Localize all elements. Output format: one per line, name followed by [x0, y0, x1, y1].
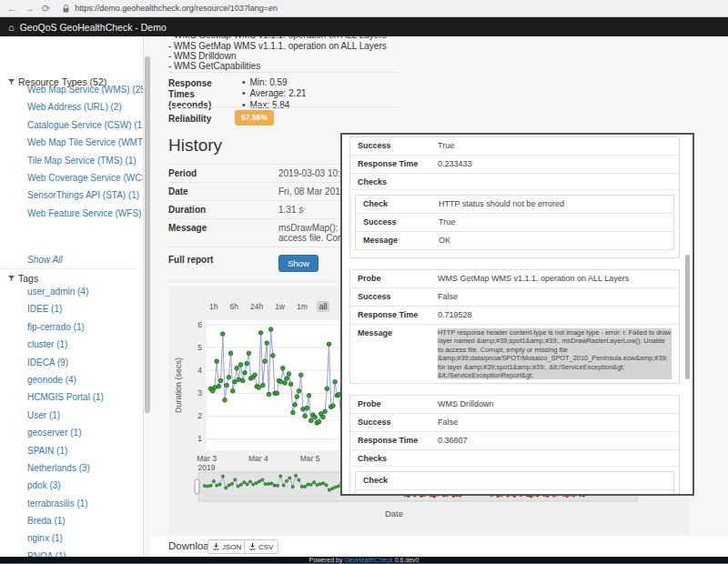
- report-row-label: Message: [358, 328, 438, 379]
- sidebar-item-tag[interactable]: IDECA (9): [27, 354, 104, 371]
- sidebar-item-tag[interactable]: user_admin (4): [27, 283, 104, 300]
- footer: Powered by GeoHealthCheck 0.6.dev0: [0, 557, 728, 564]
- chart-range-buttons: 1h6h24h1w1mall: [207, 301, 336, 312]
- back-icon[interactable]: ←: [7, 0, 17, 17]
- sidebar-item-resource-type[interactable]: Web Map Tile Service (WMTS) (4): [27, 134, 144, 151]
- report-row-value: HTTP status should not be errored: [439, 199, 666, 209]
- sidebar-item-tag[interactable]: pdok (3): [27, 477, 104, 494]
- report-content: SuccessTrueResponse Time0.233433ChecksCh…: [349, 136, 680, 496]
- report-row: Response Time0.719528: [350, 307, 679, 325]
- report-row-value: False: [438, 418, 672, 428]
- sidebar-item-tag[interactable]: PNOA (1): [27, 548, 104, 557]
- report-row-value: 0.36807: [438, 436, 672, 446]
- home-icon[interactable]: ⌂: [8, 22, 15, 33]
- lock-icon: [63, 5, 69, 13]
- report-row: SuccessFalse: [350, 414, 679, 432]
- probe-line: - WMS GetCapabilities: [168, 61, 387, 71]
- clipped-probe-line: - WMS GetMap WMS v1.1.1. operation on AL…: [168, 36, 396, 40]
- report-row: SuccessTrue: [356, 214, 673, 232]
- report-block: SuccessTrueResponse Time0.233433ChecksCh…: [349, 136, 680, 258]
- sidebar-item-resource-type[interactable]: SensorThings API (STA) (1): [27, 186, 144, 204]
- sidebar-item-resource-type[interactable]: Web Feature Service (WFS) (4): [27, 205, 144, 222]
- range-button-6h[interactable]: 6h: [227, 301, 240, 312]
- sidebar-item-tag[interactable]: geoserver (1): [27, 424, 104, 441]
- report-block: ProbeWMS GetMap WMS v1.1.1. operation on…: [349, 269, 680, 384]
- report-row-label: Check: [363, 199, 439, 209]
- sidebar-item-tag[interactable]: terrabrasilis (1): [27, 495, 104, 512]
- report-row: ProbeWMS GetMap WMS v1.1.1. operation on…: [350, 270, 679, 288]
- response-time-item: Min: 0.59: [242, 77, 307, 88]
- app-brand[interactable]: GeoQoS GeoHealthCheck - Demo: [20, 22, 167, 33]
- sidebar-item-tag[interactable]: cluster (1): [27, 336, 104, 353]
- range-button-24h[interactable]: 24h: [248, 301, 266, 312]
- page-scrollbar-thumb[interactable]: [145, 56, 150, 413]
- forward-icon[interactable]: →: [25, 0, 35, 17]
- report-row: Response Time0.233433: [350, 156, 679, 174]
- report-row-label: Success: [363, 217, 439, 227]
- range-button-1m[interactable]: 1m: [294, 301, 310, 312]
- download-icon: [249, 543, 256, 550]
- resource-type-list: Web Map Service (WMS) (25)Web Address (U…: [27, 81, 144, 222]
- range-button-1h[interactable]: 1h: [207, 301, 220, 312]
- svg-text:6: 6: [197, 320, 202, 329]
- sidebar-item-tag[interactable]: nginx (1): [27, 529, 104, 547]
- report-row-label: Message: [363, 236, 439, 246]
- sidebar-item-tag[interactable]: fip-cerrado (1): [27, 318, 104, 336]
- range-button-1w[interactable]: 1w: [272, 301, 288, 312]
- report-row-label: Response Time: [358, 159, 438, 169]
- svg-text:5: 5: [197, 343, 202, 352]
- report-row: MessageOK: [356, 232, 673, 249]
- download-json-button[interactable]: JSON: [207, 539, 247, 554]
- svg-text:Duration (secs): Duration (secs): [174, 358, 183, 413]
- report-row-label: Response Time: [358, 436, 438, 446]
- sidebar-item-resource-type[interactable]: Web Coverage Service (WCS) (2): [27, 169, 144, 186]
- sidebar-item-tag[interactable]: SPAIN (1): [27, 442, 104, 459]
- response-time-item: Average: 2.21: [242, 88, 307, 99]
- sidebar-item-tag[interactable]: Breda (1): [27, 512, 104, 529]
- download-row: Download: JSON CSV: [151, 537, 728, 557]
- report-row: Response Time0.36807: [350, 432, 679, 450]
- filter-icon: [8, 273, 15, 284]
- report-row-value: 0.719528: [438, 310, 672, 320]
- report-row-value: True: [439, 494, 666, 496]
- report-row: SuccessTrue: [356, 490, 673, 496]
- svg-text:1: 1: [197, 434, 202, 443]
- geohealthcheck-link[interactable]: GeoHealthCheck: [344, 557, 392, 563]
- report-row-value: True: [438, 141, 672, 151]
- checks-label: Checks: [350, 450, 679, 467]
- sidebar-item-resource-type[interactable]: Web Map Service (WMS) (25): [27, 81, 144, 98]
- sidebar-item-tag[interactable]: HCMGIS Portal (1): [27, 388, 104, 406]
- page-scrollbar[interactable]: [144, 36, 151, 557]
- show-report-button[interactable]: Show: [278, 255, 318, 272]
- report-row-label: Check: [363, 476, 439, 486]
- section-divider: [168, 106, 399, 107]
- range-button-all[interactable]: all: [317, 301, 330, 312]
- svg-text:4: 4: [197, 366, 202, 375]
- report-row-label: Response Time: [358, 310, 438, 320]
- sidebar-item-resource-type[interactable]: Tile Map Service (TMS) (1): [27, 152, 144, 169]
- check-block: CheckHTTP status should not be erroredSu…: [355, 195, 674, 250]
- sidebar-item-resource-type[interactable]: Catalogue Service (CSW) (13): [27, 116, 144, 134]
- sidebar-item-tag[interactable]: IDEE (1): [27, 300, 104, 317]
- overlay-scrollbar-thumb[interactable]: [685, 255, 690, 379]
- svg-text:Mar 5: Mar 5: [300, 454, 320, 463]
- sidebar-item-resource-type[interactable]: Web Address (URL) (2): [27, 98, 144, 116]
- report-row-label: Probe: [358, 274, 438, 284]
- app-navbar: ⌂ GeoQoS GeoHealthCheck - Demo: [0, 17, 728, 36]
- browser-chrome: ← → ⟳ https://demo.geohealthcheck.org/re…: [0, 0, 728, 17]
- sidebar-item-tag[interactable]: geonode (4): [27, 371, 104, 388]
- rangeslider-handle-left[interactable]: [195, 479, 199, 494]
- sidebar-item-tag[interactable]: Netherlands (3): [27, 459, 104, 477]
- svg-text:2: 2: [197, 411, 202, 420]
- report-block: ProbeWMS DrilldownSuccessFalseResponse T…: [349, 395, 680, 496]
- svg-text:Date: Date: [385, 509, 403, 519]
- history-title: History: [168, 136, 222, 156]
- url-bar[interactable]: https://demo.geohealthcheck.org/resource…: [75, 4, 278, 13]
- reliability-badge: 57.56%: [235, 110, 274, 126]
- report-overlay: SuccessTrueResponse Time0.233433ChecksCh…: [340, 133, 694, 496]
- sidebar-item-tag[interactable]: User (1): [27, 407, 104, 424]
- refresh-icon[interactable]: ⟳: [42, 0, 50, 17]
- sidebar-divider: [0, 268, 136, 269]
- show-all-link[interactable]: Show All: [27, 255, 63, 265]
- download-csv-button[interactable]: CSV: [244, 539, 278, 554]
